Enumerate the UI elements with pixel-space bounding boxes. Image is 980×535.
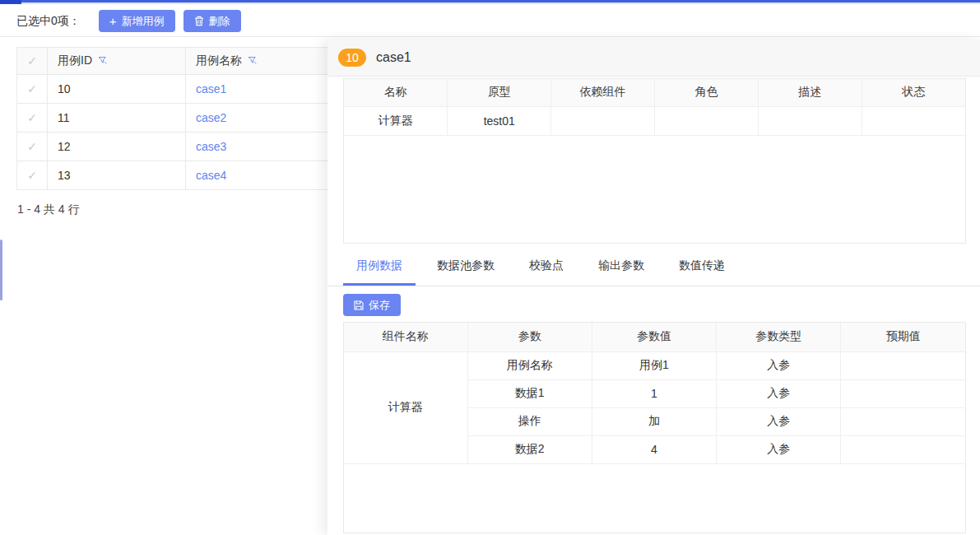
column-header-component-name: 组件名称 bbox=[344, 323, 467, 351]
info-dependency-cell bbox=[551, 106, 655, 135]
info-name-cell: 计算器 bbox=[344, 106, 448, 135]
component-name-cell: 计算器 bbox=[344, 351, 467, 463]
case-name-link[interactable]: case2 bbox=[196, 111, 226, 124]
drawer-body: 名称 原型 依赖组件 角色 描述 状态 计算器 test01 bbox=[327, 77, 980, 533]
funnel-icon[interactable] bbox=[248, 54, 257, 67]
param-value-cell: 加 bbox=[592, 407, 716, 435]
tab-case-data[interactable]: 用例数据 bbox=[343, 247, 416, 286]
column-header-prototype: 原型 bbox=[448, 79, 551, 106]
drawer-header: 10 case1 bbox=[327, 40, 980, 77]
expected-value-cell bbox=[841, 407, 965, 435]
row-check-icon[interactable]: ✓ bbox=[27, 111, 37, 124]
column-header-dependency: 依赖组件 bbox=[551, 79, 655, 106]
tab-check-points[interactable]: 校验点 bbox=[516, 247, 577, 286]
param-value-cell: 1 bbox=[592, 379, 716, 407]
case-id-cell: 10 bbox=[48, 75, 186, 104]
trash-icon bbox=[194, 16, 204, 26]
param-name-cell: 用例名称 bbox=[467, 351, 592, 379]
param-value-cell: 用例1 bbox=[592, 351, 716, 379]
param-header-row: 组件名称 参数 参数值 参数类型 预期值 bbox=[344, 323, 965, 351]
case-id-cell: 11 bbox=[48, 104, 186, 133]
column-header-expected-value: 预期值 bbox=[841, 323, 965, 351]
delete-button-label: 删除 bbox=[209, 14, 230, 29]
column-header-role: 角色 bbox=[654, 79, 758, 106]
add-case-button-label: 新增用例 bbox=[122, 14, 165, 29]
save-button[interactable]: 保存 bbox=[343, 294, 401, 316]
column-header-case-id: 用例ID bbox=[58, 54, 92, 68]
top-progress-bar-segment bbox=[0, 0, 21, 4]
info-status-cell bbox=[862, 106, 965, 135]
column-header-description: 描述 bbox=[758, 79, 862, 106]
column-header-param-type: 参数类型 bbox=[717, 323, 841, 351]
scrollbar-thumb[interactable] bbox=[0, 240, 2, 300]
tab-bar: 用例数据 数据池参数 校验点 输出参数 数值传递 bbox=[327, 247, 980, 286]
tab-value-passing[interactable]: 数值传递 bbox=[666, 247, 738, 286]
column-header-status: 状态 bbox=[862, 79, 965, 106]
table-row: 计算器 用例名称 用例1 入参 bbox=[344, 351, 965, 379]
case-name-link[interactable]: case4 bbox=[196, 169, 226, 182]
case-detail-drawer: 10 case1 名称 原型 依赖组件 角色 描述 状态 bbox=[327, 40, 980, 535]
param-type-cell: 入参 bbox=[717, 435, 841, 463]
info-header-row: 名称 原型 依赖组件 角色 描述 状态 bbox=[344, 79, 965, 106]
expected-value-cell bbox=[841, 379, 965, 407]
case-name-link[interactable]: case1 bbox=[196, 82, 226, 95]
pagination-label: 1 - 4 共 4 行 bbox=[17, 202, 79, 217]
expected-value-cell bbox=[841, 351, 965, 379]
table-row: 计算器 test01 bbox=[344, 106, 965, 135]
row-check-icon[interactable]: ✓ bbox=[27, 140, 37, 153]
drawer-title: case1 bbox=[376, 50, 411, 65]
column-header-param-value: 参数值 bbox=[592, 323, 716, 351]
param-type-cell: 入参 bbox=[717, 407, 841, 435]
floppy-icon bbox=[354, 300, 364, 310]
info-role-cell bbox=[654, 106, 758, 135]
case-id-cell: 12 bbox=[48, 133, 186, 161]
column-header-param: 参数 bbox=[467, 323, 592, 351]
case-id-badge: 10 bbox=[338, 49, 366, 67]
param-type-cell: 入参 bbox=[717, 379, 841, 407]
info-prototype-cell: test01 bbox=[448, 106, 551, 135]
selected-count-label: 已选中0项： bbox=[16, 14, 81, 29]
expected-value-cell bbox=[841, 435, 965, 463]
plus-icon: + bbox=[109, 15, 117, 27]
info-description-cell bbox=[758, 106, 862, 135]
save-row: 保存 bbox=[343, 294, 966, 316]
row-check-icon[interactable]: ✓ bbox=[27, 169, 37, 182]
column-header-name: 名称 bbox=[344, 79, 448, 106]
param-type-cell: 入参 bbox=[717, 351, 841, 379]
param-name-cell: 数据1 bbox=[467, 379, 592, 407]
param-name-cell: 数据2 bbox=[467, 435, 592, 463]
case-id-cell: 13 bbox=[48, 161, 186, 190]
param-value-cell: 4 bbox=[592, 435, 716, 463]
column-header-case-name: 用例名称 bbox=[196, 54, 242, 68]
funnel-icon[interactable] bbox=[98, 54, 107, 67]
toolbar: 已选中0项： + 新增用例 删除 bbox=[0, 6, 980, 37]
save-button-label: 保存 bbox=[369, 298, 390, 313]
tab-data-pool-params[interactable]: 数据池参数 bbox=[424, 247, 508, 286]
row-check-icon[interactable]: ✓ bbox=[27, 82, 37, 95]
case-name-link[interactable]: case3 bbox=[196, 140, 226, 153]
delete-button[interactable]: 删除 bbox=[183, 10, 241, 32]
component-info-table: 名称 原型 依赖组件 角色 描述 状态 计算器 test01 bbox=[343, 78, 966, 244]
param-table: 组件名称 参数 参数值 参数类型 预期值 计算器 用例名称 用例1 入参 bbox=[343, 322, 966, 533]
add-case-button[interactable]: + 新增用例 bbox=[99, 10, 175, 32]
tab-output-params[interactable]: 输出参数 bbox=[585, 247, 657, 286]
select-all-check-icon[interactable]: ✓ bbox=[27, 54, 37, 67]
param-name-cell: 操作 bbox=[467, 407, 592, 435]
top-progress-bar bbox=[0, 0, 980, 4]
